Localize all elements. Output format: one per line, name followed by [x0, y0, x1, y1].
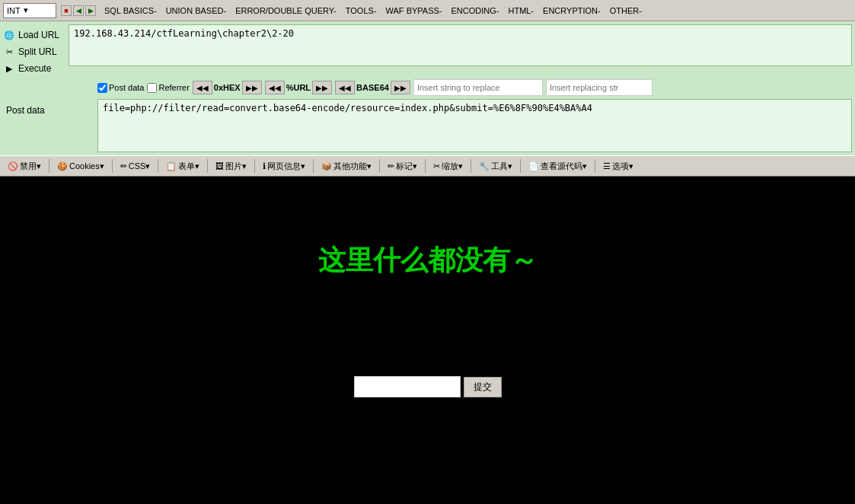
- toolbar-zoom[interactable]: ✂ 缩放▾: [429, 158, 467, 174]
- source-icon: 📄: [528, 161, 539, 171]
- divider-6: [313, 159, 314, 173]
- menu-html[interactable]: HTML-: [504, 5, 538, 17]
- load-url-label: Load URL: [18, 30, 59, 40]
- tools-icon: 🔧: [479, 161, 490, 171]
- page-info-icon: ℹ: [263, 161, 266, 171]
- toolbar-page-info[interactable]: ℹ 网页信息▾: [258, 158, 310, 174]
- post-data-input[interactable]: [97, 99, 852, 152]
- toolbar-tools[interactable]: 🔧 工具▾: [474, 158, 517, 174]
- toolbar-forms-label: 表单▾: [178, 161, 199, 172]
- search-input[interactable]: [354, 376, 461, 397]
- load-url-item[interactable]: 🌐 Load URL: [3, 27, 59, 43]
- url-encode-group: ◀◀ %URL ▶▶: [265, 81, 332, 94]
- url-label: %URL: [286, 83, 311, 92]
- toolbar-images[interactable]: 🖼 图片▾: [211, 158, 251, 174]
- divider-8: [425, 159, 426, 173]
- toolbar-cookies[interactable]: 🍪 Cookies▾: [53, 159, 109, 174]
- toolbar-tools-label: 工具▾: [491, 161, 512, 172]
- bottom-form: 提交: [354, 376, 502, 397]
- toolbar-cookies-label: Cookies▾: [69, 161, 104, 171]
- left-panel: 🌐 Load URL ✂ Split URL ▶ Execute: [3, 24, 59, 76]
- post-data-checkbox[interactable]: [97, 83, 107, 93]
- url-input[interactable]: [69, 24, 852, 66]
- divider-5: [254, 159, 255, 173]
- replacing-input[interactable]: [546, 79, 652, 96]
- url-left-btn[interactable]: ◀◀: [265, 81, 285, 94]
- images-icon: 🖼: [215, 161, 224, 171]
- toolbar-marks[interactable]: ✏ 标记▾: [383, 158, 422, 174]
- chinese-toolbar: 🚫 禁用▾ 🍪 Cookies▾ ✏ CSS▾ 📋 表单▾ 🖼 图片▾ ℹ 网页…: [0, 155, 855, 177]
- toolbar-source[interactable]: 📄 查看源代码▾: [524, 158, 592, 174]
- base64-left-btn[interactable]: ◀◀: [335, 81, 355, 94]
- nav-prev[interactable]: ◀: [73, 5, 84, 16]
- toolbar-images-label: 图片▾: [225, 161, 247, 172]
- base64-label: BASE64: [356, 83, 389, 92]
- black-content-area: 这里什么都没有～ 提交: [0, 177, 855, 435]
- execute-icon: ▶: [3, 62, 15, 75]
- referrer-checkbox[interactable]: [147, 83, 157, 93]
- disable-icon: 🚫: [8, 161, 18, 171]
- int-dropdown[interactable]: INT ▾: [3, 3, 56, 18]
- split-url-item[interactable]: ✂ Split URL: [3, 44, 59, 59]
- divider-4: [207, 159, 208, 173]
- url-right-btn[interactable]: ▶▶: [312, 81, 332, 94]
- menu-encryption[interactable]: ENCRYPTION-: [539, 5, 605, 17]
- submit-button[interactable]: 提交: [464, 377, 502, 397]
- toolbar-css-label: CSS▾: [129, 161, 151, 171]
- menu-other[interactable]: OTHER-: [606, 5, 646, 17]
- base64-encode-group: ◀◀ BASE64 ▶▶: [335, 81, 410, 94]
- divider-1: [49, 159, 49, 173]
- menu-error-double[interactable]: ERROR/DOUBLE QUERY-: [231, 5, 340, 17]
- hex-right-btn[interactable]: ▶▶: [242, 81, 262, 94]
- toolbar-options-label: 选项▾: [612, 161, 633, 172]
- divider-3: [158, 159, 158, 173]
- divider-7: [379, 159, 380, 173]
- toolbar-source-label: 查看源代码▾: [541, 161, 587, 172]
- toolbar-forms[interactable]: 📋 表单▾: [161, 158, 204, 174]
- divider-9: [471, 159, 471, 173]
- menu-waf-bypass[interactable]: WAF BYPASS-: [382, 5, 446, 17]
- base64-right-btn[interactable]: ▶▶: [391, 81, 410, 94]
- divider-2: [112, 159, 113, 173]
- int-chevron: ▾: [24, 5, 28, 15]
- split-url-icon: ✂: [3, 46, 15, 58]
- toolbar-page-info-label: 网页信息▾: [267, 161, 305, 172]
- hex-encode-group: ◀◀ 0xHEX ▶▶: [193, 81, 262, 94]
- int-label: INT: [7, 6, 21, 15]
- post-data-section: Post data: [3, 99, 852, 152]
- nav-next[interactable]: ▶: [85, 5, 96, 16]
- hex-label: 0xHEX: [214, 83, 241, 92]
- toolbar-disable-label: 禁用▾: [20, 161, 41, 172]
- referrer-label: Referrer: [158, 83, 189, 92]
- execute-item[interactable]: ▶ Execute: [3, 61, 59, 76]
- nav-back[interactable]: ■: [61, 5, 72, 16]
- toolbar-marks-label: 标记▾: [396, 161, 417, 172]
- post-data-ctrl-label: Post data: [109, 83, 144, 92]
- toolbar-misc-label: 其他功能▾: [333, 161, 372, 172]
- toolbar-options[interactable]: ☰ 选项▾: [598, 158, 638, 174]
- zoom-icon: ✂: [433, 161, 440, 171]
- forms-icon: 📋: [166, 161, 177, 171]
- css-icon: ✏: [120, 161, 127, 171]
- post-data-section-label: Post data: [3, 102, 56, 119]
- toolbar-disable[interactable]: 🚫 禁用▾: [3, 158, 46, 174]
- divider-10: [520, 159, 521, 173]
- menu-encoding[interactable]: ENCODING-: [448, 5, 503, 17]
- menu-sql-basics[interactable]: SQL BASICS-: [100, 5, 161, 17]
- referrer-checkbox-label[interactable]: Referrer: [147, 83, 189, 93]
- menu-union-based[interactable]: UNION BASED-: [162, 5, 230, 17]
- menu-tools[interactable]: TOOLS-: [342, 5, 381, 17]
- toolbar-css[interactable]: ✏ CSS▾: [116, 159, 155, 174]
- load-url-icon: 🌐: [3, 29, 15, 41]
- tools-panel: 🌐 Load URL ✂ Split URL ▶ Execute Post da…: [0, 21, 855, 155]
- replace-input[interactable]: [413, 79, 543, 96]
- controls-row: Post data Referrer ◀◀ 0xHEX ▶▶ ◀◀ %URL ▶…: [3, 76, 852, 99]
- cookies-icon: 🍪: [57, 161, 68, 171]
- main-chinese-text: 这里什么都没有～: [318, 242, 538, 279]
- marks-icon: ✏: [388, 161, 394, 171]
- hex-left-btn[interactable]: ◀◀: [193, 81, 212, 94]
- misc-icon: 📦: [321, 161, 332, 171]
- toolbar-zoom-label: 缩放▾: [442, 161, 463, 172]
- toolbar-misc[interactable]: 📦 其他功能▾: [317, 158, 376, 174]
- post-data-checkbox-label[interactable]: Post data: [97, 83, 144, 93]
